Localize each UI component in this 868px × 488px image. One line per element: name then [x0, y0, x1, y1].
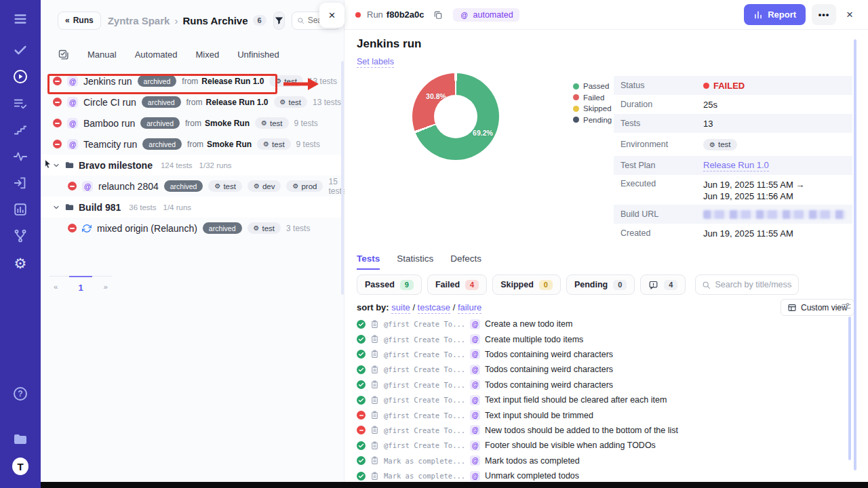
breadcrumb-project[interactable]: Zyntra Spark [108, 15, 170, 26]
test-title[interactable]: Text input field should be cleared after… [485, 395, 667, 405]
tab-tests[interactable]: Tests [357, 253, 380, 270]
chevron-down-icon[interactable] [52, 161, 60, 169]
chevron-down-icon[interactable] [52, 203, 60, 211]
test-row[interactable]: Mark as complete...@Mark todos as comple… [357, 453, 845, 468]
folder-row[interactable]: Build 98136 tests1/4 runs [41, 197, 342, 218]
runs-nav-icon[interactable] [12, 68, 28, 85]
copy-run-id-icon[interactable] [433, 10, 443, 20]
test-title[interactable]: Create a new todo item [485, 319, 572, 329]
back-to-runs-button[interactable]: «Runs [58, 12, 101, 30]
env-tag[interactable]: ⚙test [248, 222, 281, 234]
run-name[interactable]: Circle CI run [83, 97, 136, 108]
run-name[interactable]: Jenkins run [83, 76, 132, 87]
env-tag[interactable]: ⚙test [208, 180, 242, 192]
run-row[interactable]: @Bamboo runarchivedfromSmoke Run⚙test9 t… [41, 113, 342, 134]
select-all-icon[interactable] [58, 49, 69, 60]
test-title[interactable]: Todos containing weird characters [485, 350, 613, 359]
run-row[interactable]: @Teamcity runarchivedfromSmoke Run⚙test9… [41, 134, 342, 155]
test-row[interactable]: @first Create To...@Create a new todo it… [357, 317, 845, 331]
menu-icon[interactable] [12, 11, 28, 27]
run-name[interactable]: relaunch 2804 [98, 181, 159, 192]
tests-search-box[interactable] [695, 274, 799, 295]
sort-link-testcase[interactable]: testcase [418, 302, 450, 314]
run-row[interactable]: @Circle CI runarchivedfromRelease Run 1.… [41, 92, 342, 113]
settings-gear-icon[interactable]: ⚙ [12, 256, 28, 272]
run-name[interactable]: Teamcity run [83, 139, 137, 150]
test-row[interactable]: @first Create To...@Text input should be… [357, 407, 845, 422]
run-type-tab-automated[interactable]: Automated [135, 49, 178, 60]
run-row[interactable]: mixed origin (Relaunch)archived⚙test3 te… [41, 218, 342, 239]
filter-failed-button[interactable]: Failed4 [427, 274, 487, 295]
pagination-page-1[interactable]: 1 [78, 283, 83, 293]
test-title[interactable]: Text input should be trimmed [485, 411, 593, 420]
test-title[interactable]: Todos containing weird characters [485, 365, 613, 374]
filter-skipped-button[interactable]: Skipped0 [492, 274, 561, 295]
run-name[interactable]: mixed origin (Relaunch) [97, 223, 197, 234]
test-row[interactable]: @first Create To...@New todos should be … [357, 423, 845, 438]
test-row[interactable]: @first Create To...@Todos containing wei… [357, 378, 845, 392]
test-row[interactable]: @first Create To...@Todos containing wei… [357, 347, 845, 362]
help-icon[interactable]: ? [12, 386, 28, 402]
report-button[interactable]: Report [744, 4, 806, 25]
run-type-tab-unfinished[interactable]: Unfinished [237, 49, 279, 60]
test-title[interactable]: Footer should be visible when adding TOD… [485, 441, 656, 450]
env-tag[interactable]: ⚙dev [248, 180, 281, 192]
filter-button[interactable] [273, 12, 285, 30]
sort-link-suite[interactable]: suite [391, 302, 410, 314]
redacted-build-url[interactable] [703, 210, 846, 219]
folder-name[interactable]: Build 981 [79, 202, 121, 213]
comments-filter-button[interactable]: 4 [640, 274, 686, 295]
test-title[interactable]: Create multiple todo items [485, 335, 583, 344]
filter-pending-button[interactable]: Pending0 [566, 274, 635, 295]
activity-nav-icon[interactable] [12, 148, 28, 165]
folder-name[interactable]: Bravo milestone [79, 160, 153, 171]
env-tag[interactable]: ⚙prod [286, 180, 323, 192]
filter-passed-button[interactable]: Passed9 [357, 274, 422, 295]
tests-list-scrollbar[interactable] [848, 317, 851, 460]
tab-statistics[interactable]: Statistics [397, 253, 433, 270]
analytics-nav-icon[interactable] [12, 201, 28, 218]
test-plan-link[interactable]: Release Run 1.0 [703, 160, 769, 171]
test-title[interactable]: Todos containing weird characters [485, 380, 613, 390]
sort-link-failure[interactable]: failure [458, 302, 481, 314]
test-row[interactable]: @first Create To...@Todos containing wei… [357, 362, 845, 377]
more-options-button[interactable]: ••• [812, 4, 836, 25]
app-logo[interactable]: T [12, 458, 28, 474]
env-tag[interactable]: ⚙test [269, 75, 303, 87]
detail-panel-scrollbar[interactable] [854, 39, 856, 470]
import-nav-icon[interactable] [12, 175, 28, 191]
env-tag[interactable]: ⚙test [257, 138, 291, 150]
branches-nav-icon[interactable] [12, 228, 28, 244]
pagination-next[interactable]: » [104, 283, 108, 293]
run-type-tab-mixed[interactable]: Mixed [196, 49, 220, 60]
test-title[interactable]: Unmark completed todos [485, 471, 579, 481]
results-nav-icon[interactable] [12, 96, 28, 112]
tests-search-input[interactable] [715, 280, 792, 289]
test-title[interactable]: New todos should be added to the bottom … [485, 426, 678, 435]
tests-nav-icon[interactable] [12, 42, 28, 58]
test-row[interactable]: @first Create To...@Text input field sho… [357, 392, 845, 407]
test-row[interactable]: @first Create To...@Footer should be vis… [357, 438, 845, 453]
popover-close-button[interactable]: × [319, 3, 344, 28]
test-row[interactable]: Mark as complete...@Unmark completed tod… [357, 468, 845, 483]
projects-folder-icon[interactable] [12, 431, 28, 447]
set-labels-link[interactable]: Set labels [357, 57, 394, 68]
run-detail-panel: Run f80b2a0c @automated Report ••• × Jen… [344, 0, 868, 483]
steps-nav-icon[interactable] [12, 122, 28, 138]
test-row[interactable]: @first Create To...@Create multiple todo… [357, 331, 845, 346]
close-detail-button[interactable]: × [842, 8, 857, 22]
automated-badge[interactable]: @automated [453, 8, 519, 22]
run-name[interactable]: Bamboo run [83, 118, 135, 129]
view-settings-sliders-icon[interactable] [841, 301, 852, 312]
env-tag[interactable]: ⚙test [255, 117, 289, 129]
test-title[interactable]: Mark todos as completed [485, 456, 580, 466]
left-panel-scrollbar[interactable] [341, 61, 344, 295]
run-row[interactable]: @relaunch 2804archived⚙test⚙dev⚙prod15 t… [41, 176, 342, 197]
run-type-tab-manual[interactable]: Manual [87, 49, 117, 60]
tab-defects[interactable]: Defects [450, 253, 481, 270]
env-tag[interactable]: ⚙test [703, 139, 737, 150]
folder-row[interactable]: Bravo milestone124 tests1/32 runs [41, 155, 342, 176]
run-row[interactable]: @Jenkins runarchivedfromRelease Run 1.0⚙… [41, 70, 342, 92]
pagination-prev[interactable]: « [54, 283, 58, 293]
env-tag[interactable]: ⚙test [274, 96, 308, 108]
